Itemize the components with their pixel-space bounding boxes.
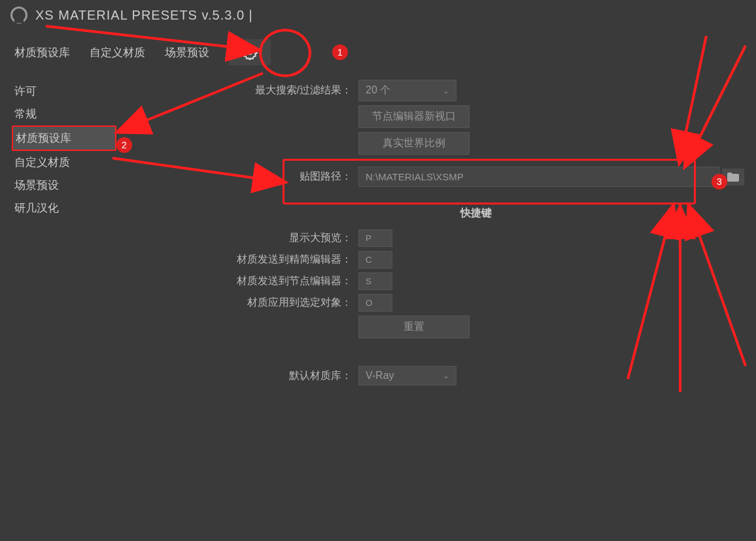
max-search-value: 20 个 <box>366 84 390 97</box>
texture-path-row: 贴图路径： <box>280 167 744 187</box>
tab-scene-presets[interactable]: 场景预设 <box>165 45 209 60</box>
apply-sel-label: 材质应用到选定对象： <box>123 296 358 310</box>
chevron-down-icon: ⌄ <box>443 86 449 95</box>
apply-sel-key-input[interactable] <box>358 294 392 312</box>
big-preview-key-input[interactable] <box>358 229 392 247</box>
max-search-label: 最大搜索/过滤结果： <box>123 84 358 97</box>
default-library-label: 默认材质库： <box>123 369 358 383</box>
node-editor-viewport-button[interactable]: 节点编辑器新视口 <box>358 105 470 128</box>
default-library-value: V-Ray <box>366 370 394 382</box>
sidebar-item-license[interactable]: 许可 <box>12 80 116 103</box>
sidebar-item-scene-presets[interactable]: 场景预设 <box>12 174 116 197</box>
gear-icon <box>242 44 258 60</box>
content-area: 许可 常规 材质预设库 自定义材质 场景预设 研几汉化 最大搜索/过滤结果： 2… <box>0 80 756 389</box>
chevron-down-icon: ⌄ <box>443 371 449 380</box>
app-logo-icon <box>10 7 27 24</box>
send-compact-label: 材质发送到精简编辑器： <box>123 253 358 267</box>
default-library-dropdown[interactable]: V-Ray ⌄ <box>358 366 456 385</box>
tabbar: 材质预设库 自定义材质 场景预设 <box>0 30 756 80</box>
tab-custom-materials[interactable]: 自定义材质 <box>90 45 145 60</box>
folder-icon <box>727 172 739 182</box>
real-world-scale-button[interactable]: 真实世界比例 <box>358 132 470 155</box>
sidebar-item-translation[interactable]: 研几汉化 <box>12 197 116 220</box>
texture-path-input[interactable] <box>358 167 719 187</box>
sidebar-item-custom-materials[interactable]: 自定义材质 <box>12 151 116 174</box>
big-preview-label: 显示大预览： <box>123 231 358 245</box>
sidebar-item-material-presets[interactable]: 材质预设库 <box>12 125 116 151</box>
shortcuts-title: 快捷键 <box>123 206 744 220</box>
reset-shortcuts-button[interactable]: 重置 <box>358 316 470 338</box>
settings-sidebar: 许可 常规 材质预设库 自定义材质 场景预设 研几汉化 <box>12 80 116 389</box>
settings-panel: 最大搜索/过滤结果： 20 个 ⌄ 节点编辑器新视口 真实世界比例 贴图路径： <box>116 80 744 389</box>
browse-folder-button[interactable] <box>722 169 744 186</box>
titlebar: XS MATERIAL PRESETS v.5.3.0 | <box>0 0 756 30</box>
max-search-dropdown[interactable]: 20 个 ⌄ <box>358 80 456 101</box>
texture-path-label: 贴图路径： <box>280 170 358 184</box>
send-node-label: 材质发送到节点编辑器： <box>123 274 358 288</box>
window-title: XS MATERIAL PRESETS v.5.3.0 | <box>35 8 253 23</box>
tab-settings[interactable] <box>229 39 271 65</box>
sidebar-item-general[interactable]: 常规 <box>12 103 116 125</box>
tab-material-presets[interactable]: 材质预设库 <box>14 45 70 60</box>
send-compact-key-input[interactable] <box>358 251 392 269</box>
send-node-key-input[interactable] <box>358 272 392 290</box>
svg-point-0 <box>248 50 252 54</box>
